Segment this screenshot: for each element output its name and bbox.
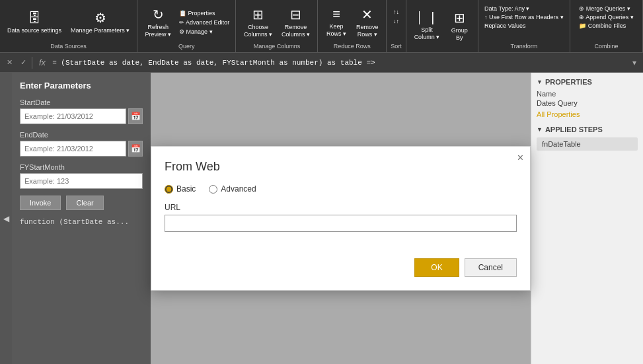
sort-asc-button[interactable]: ↑↓ [391, 8, 402, 16]
replace-values-button[interactable]: Replace Values [482, 22, 566, 30]
properties-label: 📋 Properties [179, 10, 229, 17]
cancel-button[interactable]: Cancel [465, 258, 517, 277]
group-by-label: GroupBy [451, 27, 468, 42]
start-date-input[interactable] [20, 108, 126, 124]
url-section: URL [165, 203, 517, 232]
fy-start-month-section: FYStartMonth [20, 163, 143, 189]
ribbon: 🗄 Data source settings ⚙ Manage Paramete… [0, 0, 643, 53]
basic-radio-option[interactable]: Basic [165, 184, 196, 194]
data-type-button[interactable]: Data Type: Any ▾ [482, 5, 566, 13]
start-date-label: StartDate [20, 98, 143, 106]
split-column-icon: ⎸| [419, 10, 434, 25]
ribbon-group-manage-columns: ⊞ ChooseColumns ▾ ⊟ RemoveColumns ▾ Mana… [236, 0, 318, 52]
remove-rows-icon: ✕ [361, 7, 373, 22]
applied-step-fn-date-table[interactable]: fnDateTable [537, 137, 638, 151]
ribbon-group-transform: Data Type: Any ▾ ↑ Use First Row as Head… [478, 0, 570, 52]
keep-rows-icon: ≡ [332, 7, 340, 22]
center-area: From Web × Basic Advanced URL [151, 73, 531, 364]
fy-start-month-input[interactable] [20, 173, 143, 189]
keep-rows-label: KeepRows ▾ [326, 23, 346, 38]
ribbon-group-data-sources: 🗄 Data source settings ⚙ Manage Paramete… [0, 0, 137, 52]
main-area: ◀ Enter Parameters StartDate 📅 EndDate 📅… [0, 73, 643, 364]
fy-start-month-label: FYStartMonth [20, 163, 143, 171]
use-first-row-label: ↑ Use First Row as Headers ▾ [484, 14, 564, 20]
basic-radio[interactable] [165, 185, 173, 194]
sort-desc-button[interactable]: ↓↑ [391, 17, 402, 25]
left-panel: Enter Parameters StartDate 📅 EndDate 📅 F… [12, 73, 151, 364]
advanced-editor-button[interactable]: ✏ Advanced Editor [176, 18, 232, 26]
refresh-icon: ↻ [153, 7, 164, 22]
properties-header: ▼ PROPERTIES [537, 78, 638, 86]
data-type-label: Data Type: Any ▾ [484, 5, 564, 12]
remove-rows-button[interactable]: ✕ RemoveRows ▾ [352, 5, 383, 40]
merge-queries-button[interactable]: ⊕ Merge Queries ▾ [576, 5, 636, 13]
end-date-input[interactable] [20, 141, 126, 157]
collapse-panel-button[interactable]: ◀ [0, 73, 12, 364]
merge-queries-label: ⊕ Merge Queries ▾ [579, 5, 634, 12]
url-input[interactable] [165, 215, 517, 232]
split-column-button[interactable]: ⎸| SplitColumn ▾ [410, 8, 444, 43]
refresh-preview-button[interactable]: ↻ RefreshPreview ▾ [141, 5, 176, 40]
manage-button[interactable]: ⚙ Manage ▾ [176, 28, 232, 36]
basic-radio-label: Basic [176, 184, 196, 194]
end-date-calendar-button[interactable]: 📅 [128, 141, 143, 157]
ok-button[interactable]: OK [414, 258, 459, 277]
formula-bar: ✕ ✓ fx ▾ [0, 53, 643, 73]
sort-group-label: Sort [391, 42, 402, 50]
applied-steps-collapse-icon: ▼ [537, 126, 543, 133]
ribbon-group-reduce-rows: ≡ KeepRows ▾ ✕ RemoveRows ▾ Reduce Rows [318, 0, 387, 52]
formula-bar-separator [32, 57, 32, 69]
advanced-radio-label: Advanced [221, 184, 256, 194]
advanced-radio-option[interactable]: Advanced [209, 184, 256, 194]
name-value: Dates Query [537, 99, 638, 107]
data-source-settings-button[interactable]: 🗄 Data source settings [3, 9, 65, 36]
applied-steps-section: ▼ APPLIED STEPS fnDateTable [537, 126, 638, 151]
from-web-dialog: From Web × Basic Advanced URL [151, 146, 531, 291]
properties-collapse-icon: ▼ [537, 79, 543, 85]
formula-input[interactable] [52, 59, 627, 67]
start-date-calendar-button[interactable]: 📅 [128, 108, 143, 124]
data-source-icon: 🗄 [28, 11, 41, 26]
sort-asc-icon: ↑↓ [393, 9, 399, 15]
all-properties-link[interactable]: All Properties [537, 110, 580, 118]
manage-params-label: Manage Parameters ▾ [71, 27, 130, 34]
refresh-label: RefreshPreview ▾ [145, 24, 172, 38]
fy-start-month-input-row [20, 173, 143, 189]
formula-expand-button[interactable]: ▾ [630, 57, 639, 69]
remove-columns-icon: ⊟ [290, 7, 301, 22]
ribbon-group-split-group: ⎸| SplitColumn ▾ ⊞ GroupBy [406, 0, 478, 52]
remove-rows-label: RemoveRows ▾ [356, 24, 379, 38]
dialog-close-button[interactable]: × [517, 152, 523, 164]
advanced-radio[interactable] [209, 185, 217, 194]
group-by-icon: ⊞ [454, 10, 465, 26]
manage-parameters-button[interactable]: ⚙ Manage Parameters ▾ [67, 8, 133, 36]
data-source-label: Data source settings [7, 27, 61, 34]
reduce-rows-group-label: Reduce Rows [334, 42, 371, 50]
append-queries-button[interactable]: ⊕ Append Queries ▾ [576, 13, 636, 21]
action-buttons: Invoke Clear [20, 196, 143, 210]
combine-files-button[interactable]: 📁 Combine Files [576, 22, 636, 30]
split-column-label: SplitColumn ▾ [414, 26, 440, 41]
formula-confirm-button[interactable]: ✓ [18, 57, 29, 68]
right-panel: ▼ PROPERTIES Name Dates Query All Proper… [531, 73, 643, 364]
choose-columns-button[interactable]: ⊞ ChooseColumns ▾ [240, 5, 276, 40]
start-date-input-row: 📅 [20, 108, 143, 124]
applied-steps-header: ▼ APPLIED STEPS [537, 126, 638, 133]
clear-button[interactable]: Clear [66, 196, 103, 210]
replace-values-label: Replace Values [484, 22, 564, 29]
manage-columns-group-label: Manage Columns [254, 42, 301, 50]
start-date-section: StartDate 📅 [20, 98, 143, 124]
function-text: function (StartDate as... [20, 218, 143, 226]
group-by-button[interactable]: ⊞ GroupBy [445, 8, 474, 44]
manage-label: ⚙ Manage ▾ [179, 28, 229, 35]
remove-columns-label: RemoveColumns ▾ [282, 24, 310, 38]
keep-rows-button[interactable]: ≡ KeepRows ▾ [322, 5, 351, 40]
invoke-button[interactable]: Invoke [20, 196, 61, 210]
dialog-footer: OK Cancel [165, 258, 517, 277]
formula-cancel-button[interactable]: ✕ [4, 57, 15, 68]
collapse-icon: ◀ [3, 214, 9, 223]
remove-columns-button[interactable]: ⊟ RemoveColumns ▾ [278, 5, 314, 40]
use-first-row-button[interactable]: ↑ Use First Row as Headers ▾ [482, 13, 566, 21]
properties-button[interactable]: 📋 Properties [176, 9, 232, 17]
name-label: Name [537, 90, 638, 98]
